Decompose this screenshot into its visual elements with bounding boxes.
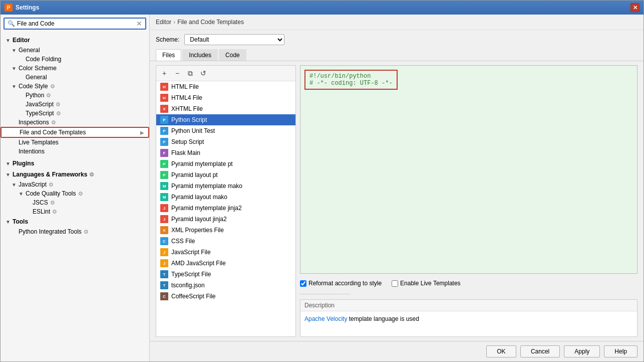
close-button[interactable]: ✕ — [630, 3, 639, 12]
tree-color-scheme[interactable]: ▼ Color Scheme — [1, 64, 149, 73]
file-item-tsconfig[interactable]: T tsconfig.json — [156, 280, 295, 291]
file-item-pyramid-layout-jinja2[interactable]: J Pyramid layout jinja2 — [156, 214, 295, 225]
add-button[interactable]: + — [158, 68, 170, 79]
amd-js-icon: J — [160, 259, 168, 267]
breadcrumb: Editor › File and Code Templates — [150, 15, 643, 30]
reset-button[interactable]: ↺ — [197, 68, 209, 79]
setup-icon: P — [160, 138, 168, 146]
file-item-pyramid-layout-mako[interactable]: M Pyramid layout mako — [156, 192, 295, 203]
settings-tree: ▼ Editor ▼ General Code Folding ▼ Color … — [1, 33, 149, 361]
copy-button[interactable]: ⧉ — [184, 68, 196, 79]
tree-code-quality[interactable]: ▼ Code Quality Tools ⚙ — [1, 189, 149, 198]
typescript-gear-icon: ⚙ — [56, 110, 61, 117]
tree-javascript-lang[interactable]: ▼ JavaScript ⚙ — [1, 180, 149, 189]
file-list-panel: + − ⧉ ↺ H HTML File H HTML4 File — [156, 65, 296, 337]
description-text-suffix: template language is used — [347, 315, 419, 322]
live-templates-checkbox-label[interactable]: Enable Live Templates — [392, 280, 461, 287]
reformat-checkbox-label[interactable]: Reformat according to style — [300, 280, 382, 287]
search-input[interactable] — [17, 20, 136, 27]
file-item-pyramid-layout-pt[interactable]: P Pyramid layout pt — [156, 169, 295, 180]
live-templates-checkbox[interactable] — [392, 280, 398, 287]
py-tools-gear-icon: ⚙ — [84, 229, 89, 235]
bottom-bar: OK Cancel Apply Help — [150, 341, 643, 361]
help-button[interactable]: Help — [604, 345, 637, 357]
tree-typescript[interactable]: TypeScript ⚙ — [1, 109, 149, 118]
scheme-select[interactable]: Default Project — [184, 34, 284, 45]
file-item-pyramid-mypt[interactable]: P Pyramid mytemplate pt — [156, 158, 295, 169]
quality-gear-icon: ⚙ — [78, 191, 83, 197]
description-body: Apache Velocity template language is use… — [300, 311, 637, 336]
tsconfig-icon: T — [160, 281, 168, 289]
tree-code-folding[interactable]: Code Folding — [1, 55, 149, 64]
languages-gear-icon: ⚙ — [89, 171, 94, 178]
code-style-gear-icon: ⚙ — [50, 83, 55, 90]
coffee-icon: C — [160, 292, 168, 300]
search-icon: 🔍 — [8, 20, 15, 27]
tree-eslint[interactable]: ESLint ⚙ — [1, 207, 149, 216]
tree-file-and-code-templates[interactable]: File and Code Templates ▶ — [1, 127, 149, 138]
tree-python-integrated[interactable]: Python Integrated Tools ⚙ — [1, 227, 149, 236]
javascript-gear-icon: ⚙ — [56, 101, 61, 108]
tree-intentions[interactable]: Intentions — [1, 147, 149, 156]
tab-files[interactable]: Files — [156, 49, 181, 61]
tree-javascript[interactable]: JavaScript ⚙ — [1, 100, 149, 109]
js-icon: J — [160, 248, 168, 256]
tools-section: ▼ Tools — [1, 216, 149, 227]
options-row: Reformat according to style Enable Live … — [300, 278, 637, 289]
tree-inspections[interactable]: Inspections ⚙ — [1, 118, 149, 127]
left-panel: 🔍 ✕ ▼ Editor ▼ General Code Folding — [1, 15, 150, 361]
code-editor[interactable]: #!/usr/bin/python # -*- coding: UTF-8 -*… — [300, 65, 637, 274]
window-title: Settings — [16, 4, 39, 11]
file-item-flask[interactable]: F Flask Main — [156, 147, 295, 158]
file-item-ts[interactable]: T TypeScript File — [156, 269, 295, 280]
jscs-gear-icon: ⚙ — [50, 200, 55, 206]
plugins-section: ▼ Plugins — [1, 158, 149, 169]
scheme-row: Scheme: Default Project — [150, 30, 643, 49]
cancel-button[interactable]: Cancel — [520, 345, 560, 357]
tab-code[interactable]: Code — [219, 49, 246, 61]
xhtml-icon: X — [160, 105, 168, 113]
tab-includes[interactable]: Includes — [182, 49, 218, 61]
file-item-amd-js[interactable]: J AMD JavaScript File — [156, 258, 295, 269]
ok-button[interactable]: OK — [486, 345, 516, 357]
file-item-js[interactable]: J JavaScript File — [156, 247, 295, 258]
file-item-setup-script[interactable]: P Setup Script — [156, 136, 295, 147]
file-item-html[interactable]: H HTML File — [156, 81, 295, 92]
file-item-xhtml[interactable]: X XHTML File — [156, 103, 295, 114]
python-gear-icon: ⚙ — [46, 92, 51, 99]
tree-code-style[interactable]: ▼ Code Style ⚙ — [1, 82, 149, 91]
live-templates-label: Enable Live Templates — [400, 280, 461, 287]
pyramid2-icon: P — [160, 171, 168, 179]
inspections-gear-icon: ⚙ — [51, 119, 56, 126]
tree-python[interactable]: Python ⚙ — [1, 91, 149, 100]
file-item-xml-props[interactable]: X XML Properties File — [156, 225, 295, 236]
tree-general[interactable]: ▼ General — [1, 46, 149, 55]
clear-icon[interactable]: ✕ — [136, 20, 142, 28]
file-item-coffee[interactable]: C CoffeeScript File — [156, 291, 295, 302]
breadcrumb-editor: Editor — [156, 19, 171, 26]
tree-live-templates[interactable]: Live Templates — [1, 138, 149, 147]
tree-jscs[interactable]: JSCS ⚙ — [1, 198, 149, 207]
code-line-2: # -*- coding: UTF-8 -*- — [309, 80, 393, 87]
settings-window: P Settings ✕ 🔍 ✕ ▼ Editor ▼ — [0, 0, 644, 362]
scheme-label: Scheme: — [156, 36, 179, 43]
ts-icon: T — [160, 270, 168, 278]
file-item-pyramid-mako[interactable]: M Pyramid mytemplate mako — [156, 180, 295, 192]
apache-velocity-link[interactable]: Apache Velocity — [304, 315, 347, 322]
xml-icon: X — [160, 226, 168, 234]
file-item-css[interactable]: C CSS File — [156, 236, 295, 247]
file-item-pyramid-jinja2[interactable]: J Pyramid mytemplate jinja2 — [156, 203, 295, 214]
file-item-html4[interactable]: H HTML4 File — [156, 92, 295, 103]
reformat-checkbox[interactable] — [300, 280, 306, 287]
file-item-python-script[interactable]: P Python Script — [156, 114, 295, 125]
jinja2-icon: J — [160, 215, 168, 223]
code-line-1: #!/usr/bin/python — [309, 73, 393, 80]
search-box: 🔍 ✕ — [4, 18, 146, 30]
tree-color-general[interactable]: General — [1, 73, 149, 82]
file-list-toolbar: + − ⧉ ↺ — [156, 66, 295, 81]
apply-button[interactable]: Apply — [564, 345, 600, 357]
html-icon: H — [160, 83, 168, 91]
remove-button[interactable]: − — [171, 68, 183, 79]
file-item-python-unit-test[interactable]: P Python Unit Test — [156, 125, 295, 136]
tab-content: + − ⧉ ↺ H HTML File H HTML4 File — [150, 61, 643, 341]
